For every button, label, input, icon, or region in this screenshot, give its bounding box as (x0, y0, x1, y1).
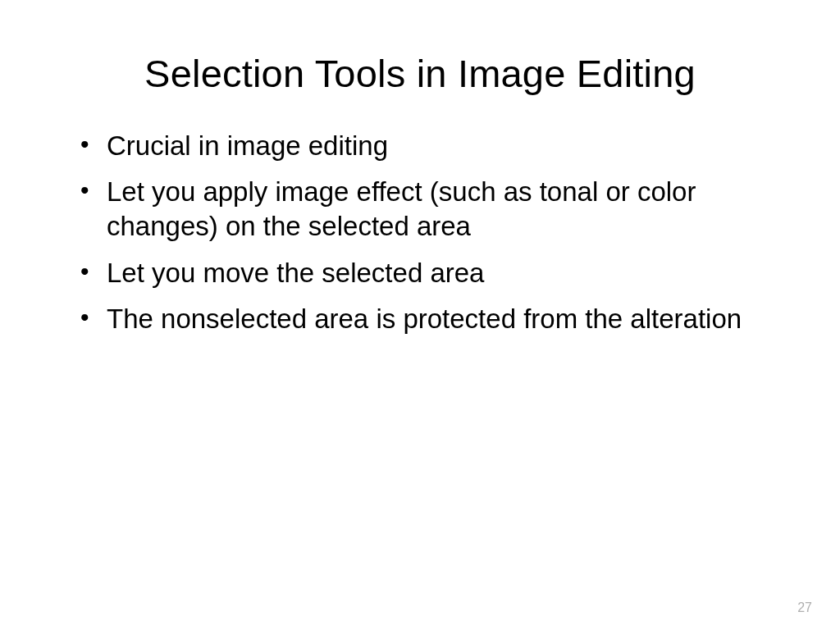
bullet-list: Crucial in image editing Let you apply i… (0, 129, 840, 336)
slide-title: Selection Tools in Image Editing (0, 0, 840, 129)
page-number: 27 (797, 600, 812, 615)
bullet-item: Let you move the selected area (77, 256, 766, 290)
bullet-item: Let you apply image effect (such as tona… (77, 175, 766, 244)
bullet-item: The nonselected area is protected from t… (77, 302, 766, 336)
bullet-item: Crucial in image editing (77, 129, 766, 163)
